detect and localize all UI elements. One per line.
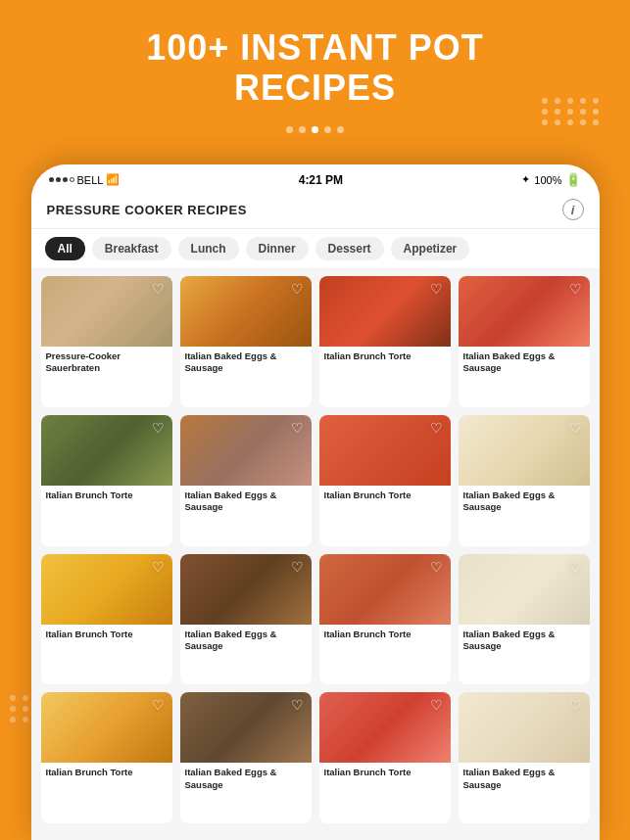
status-time: 4:21 PM (299, 173, 343, 187)
battery-icon: 🔋 (565, 172, 581, 187)
app-header: PRESSURE COOKER RECIPES i (31, 191, 600, 229)
heart-icon[interactable]: ♡ (428, 696, 446, 714)
heart-icon[interactable]: ♡ (289, 696, 307, 714)
heart-icon[interactable]: ♡ (150, 419, 168, 437)
status-right: ✦ 100% 🔋 (521, 172, 581, 187)
recipe-card[interactable]: ♡Pressure-Cooker Sauerbraten (41, 276, 172, 407)
recipe-title: Italian Brunch Torte (319, 347, 451, 367)
recipe-title: Italian Brunch Torte (319, 486, 451, 506)
battery-level: 100% (534, 174, 561, 186)
info-button[interactable]: i (562, 199, 584, 220)
status-left: BELL 📶 (49, 173, 121, 186)
heart-icon[interactable]: ♡ (567, 280, 585, 298)
hero-title: 100+ INSTANT POT RECIPES (0, 0, 630, 126)
recipe-image: ♡ (41, 415, 172, 486)
recipe-title: Italian Baked Eggs & Sausage (180, 347, 312, 380)
recipe-image: ♡ (180, 415, 312, 486)
heart-icon[interactable]: ♡ (150, 558, 168, 576)
recipe-grid: ♡Pressure-Cooker Sauerbraten♡Italian Bak… (31, 268, 600, 831)
heart-icon[interactable]: ♡ (428, 419, 446, 437)
pagination (0, 126, 630, 133)
recipe-image: ♡ (180, 276, 312, 347)
recipe-card[interactable]: ♡Italian Brunch Torte (41, 415, 172, 546)
recipe-image: ♡ (459, 692, 590, 763)
pagination-dot-5[interactable] (337, 126, 344, 133)
recipe-card[interactable]: ♡Italian Baked Eggs & Sausage (459, 276, 590, 407)
recipe-card[interactable]: ♡Italian Baked Eggs & Sausage (180, 415, 312, 546)
heart-icon[interactable]: ♡ (567, 696, 585, 714)
signal-dot-2 (56, 177, 61, 182)
recipe-title: Italian Baked Eggs & Sausage (459, 763, 590, 796)
recipe-title: Italian Brunch Torte (41, 625, 172, 645)
heart-icon[interactable]: ♡ (289, 280, 307, 298)
filter-tab-appetizer[interactable]: Appetizer (391, 237, 470, 260)
pagination-dot-4[interactable] (324, 126, 331, 133)
heart-icon[interactable]: ♡ (289, 419, 307, 437)
recipe-card[interactable]: ♡Italian Brunch Torte (319, 554, 451, 685)
recipe-image: ♡ (319, 692, 451, 763)
filter-tab-lunch[interactable]: Lunch (178, 237, 239, 260)
recipe-image: ♡ (41, 692, 172, 763)
filter-bar: All Breakfast Lunch Dinner Dessert Appet… (31, 229, 600, 268)
filter-tab-all[interactable]: All (45, 237, 85, 260)
recipe-title: Italian Baked Eggs & Sausage (459, 347, 590, 380)
recipe-card[interactable]: ♡Italian Brunch Torte (41, 554, 172, 685)
status-bar: BELL 📶 4:21 PM ✦ 100% 🔋 (31, 164, 600, 191)
recipe-image: ♡ (41, 554, 172, 625)
heart-icon[interactable]: ♡ (428, 558, 446, 576)
signal-dot-3 (63, 177, 68, 182)
filter-tab-dinner[interactable]: Dinner (246, 237, 309, 260)
recipe-card[interactable]: ♡Italian Baked Eggs & Sausage (459, 554, 590, 685)
recipe-image: ♡ (180, 554, 312, 625)
recipe-title: Italian Baked Eggs & Sausage (180, 625, 312, 658)
heart-icon[interactable]: ♡ (428, 280, 446, 298)
signal-dot-1 (49, 177, 54, 182)
recipe-image: ♡ (319, 276, 451, 347)
recipe-title: Italian Baked Eggs & Sausage (459, 486, 590, 519)
pagination-dot-3[interactable] (312, 126, 318, 133)
signal-dot-4 (70, 177, 74, 182)
heart-icon[interactable]: ♡ (150, 696, 168, 714)
recipe-card[interactable]: ♡Italian Brunch Torte (319, 692, 451, 823)
recipe-title: Italian Brunch Torte (41, 486, 172, 506)
recipe-title: Italian Brunch Torte (319, 625, 451, 645)
recipe-card[interactable]: ♡Italian Brunch Torte (319, 276, 451, 407)
phone-frame: BELL 📶 4:21 PM ✦ 100% 🔋 PRESSURE COOKER … (31, 164, 600, 840)
recipe-title: Italian Brunch Torte (319, 763, 451, 783)
recipe-card[interactable]: ♡Italian Brunch Torte (319, 415, 451, 546)
recipe-card[interactable]: ♡Italian Baked Eggs & Sausage (459, 692, 590, 823)
carrier-name: BELL (77, 174, 104, 186)
signal-dots (49, 177, 74, 182)
filter-tab-breakfast[interactable]: Breakfast (92, 237, 171, 260)
bluetooth-icon: ✦ (521, 173, 530, 186)
recipe-title: Italian Baked Eggs & Sausage (459, 625, 590, 658)
recipe-card[interactable]: ♡Italian Baked Eggs & Sausage (180, 692, 312, 823)
app-title: PRESSURE COOKER RECIPES (47, 203, 247, 217)
recipe-image: ♡ (180, 692, 312, 763)
wifi-icon: 📶 (106, 173, 120, 186)
decorative-dots-top (542, 98, 601, 125)
pagination-dot-1[interactable] (286, 126, 293, 133)
filter-tab-dessert[interactable]: Dessert (315, 237, 384, 260)
recipe-image: ♡ (319, 554, 451, 625)
recipe-image: ♡ (41, 276, 172, 347)
heart-icon[interactable]: ♡ (289, 558, 307, 576)
recipe-title: Pressure-Cooker Sauerbraten (41, 347, 172, 380)
heart-icon[interactable]: ♡ (150, 280, 168, 298)
recipe-card[interactable]: ♡Italian Brunch Torte (41, 692, 172, 823)
recipe-image: ♡ (459, 415, 590, 486)
heart-icon[interactable]: ♡ (567, 558, 585, 576)
recipe-image: ♡ (459, 276, 590, 347)
recipe-card[interactable]: ♡Italian Baked Eggs & Sausage (180, 554, 312, 685)
recipe-title: Italian Brunch Torte (41, 763, 172, 783)
heart-icon[interactable]: ♡ (567, 419, 585, 437)
recipe-title: Italian Baked Eggs & Sausage (180, 486, 312, 519)
pagination-dot-2[interactable] (299, 126, 306, 133)
recipe-card[interactable]: ♡Italian Baked Eggs & Sausage (180, 276, 312, 407)
recipe-card[interactable]: ♡Italian Baked Eggs & Sausage (459, 415, 590, 546)
recipe-image: ♡ (459, 554, 590, 625)
recipe-title: Italian Baked Eggs & Sausage (180, 763, 312, 796)
recipe-image: ♡ (319, 415, 451, 486)
